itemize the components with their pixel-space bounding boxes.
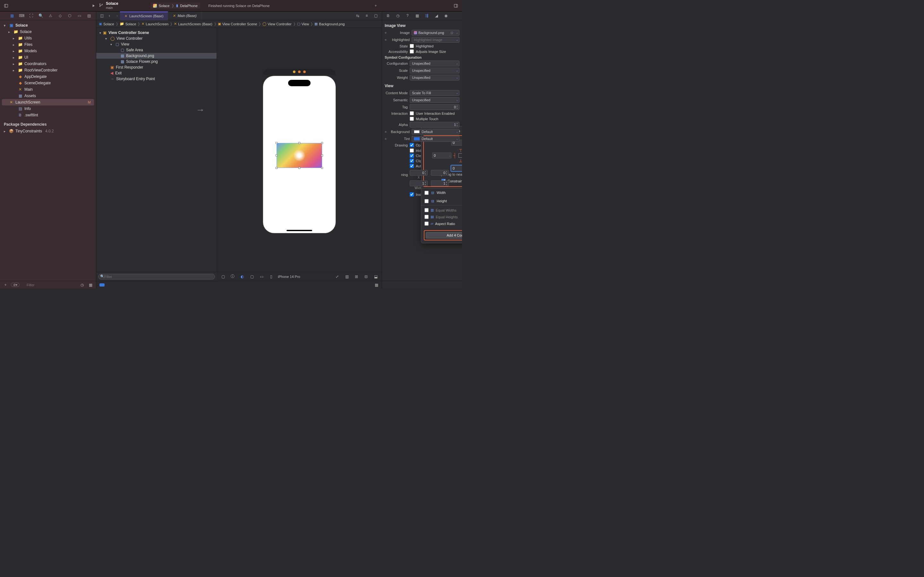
- nav-item-solace[interactable]: ▸📁Solace: [0, 29, 96, 35]
- nav-item-models[interactable]: ▸📁Models: [0, 48, 96, 54]
- nav-issues-icon[interactable]: ⚠: [47, 13, 53, 19]
- document-outline[interactable]: ▾ ▣ View Controller Scene ▾◯View Control…: [96, 28, 217, 281]
- bottom-strut-icon[interactable]: ┴: [459, 160, 462, 164]
- minimap-icon[interactable]: ▦: [373, 282, 379, 288]
- aspect-ratio-checkbox[interactable]: [425, 221, 429, 226]
- clips-checkbox[interactable]: [410, 159, 414, 163]
- package-row[interactable]: ▸ 📦 TinyConstraints 4.0.2: [0, 128, 96, 134]
- canvas-orient-icon[interactable]: ▢: [249, 274, 255, 279]
- canvas-info-icon[interactable]: ⓘ: [230, 274, 236, 279]
- multiple-touch-checkbox[interactable]: [410, 117, 414, 121]
- outline-filter-input[interactable]: [98, 274, 215, 279]
- hidden-checkbox[interactable]: [410, 148, 414, 153]
- device-preview[interactable]: [263, 76, 336, 233]
- background-field[interactable]: Default⌵: [412, 129, 459, 135]
- alpha-field[interactable]: 1▴▾: [410, 122, 459, 127]
- canvas-device-icon[interactable]: ▯: [268, 274, 274, 279]
- nav-item-launchscreen[interactable]: ✕LaunchScreenM: [2, 99, 94, 105]
- equal-widths-checkbox[interactable]: [425, 208, 429, 212]
- opaque-checkbox[interactable]: [410, 143, 414, 147]
- clears-context-checkbox[interactable]: [410, 153, 414, 158]
- canvas-doc-icon[interactable]: ▢: [220, 274, 226, 279]
- breadcrumb-item[interactable]: Solace: [126, 22, 136, 26]
- pin-tool-icon[interactable]: ⊞: [354, 274, 359, 279]
- attributes-inspector-icon[interactable]: ⇶: [424, 13, 430, 19]
- selected-image-view[interactable]: [277, 143, 322, 168]
- stretch-w-field[interactable]: 1▴▾: [410, 181, 428, 186]
- height-checkbox[interactable]: [425, 199, 429, 203]
- sidebar-toggle-icon[interactable]: [3, 3, 9, 9]
- tab-main[interactable]: ✕ Main (Base): [168, 11, 201, 20]
- add-bg-variant-icon[interactable]: +: [384, 130, 388, 134]
- device-label[interactable]: iPhone 14 Pro: [278, 275, 300, 279]
- nav-item-files[interactable]: ▸📁Files: [0, 41, 96, 48]
- add-constraints-button[interactable]: Add 4 Constraints: [426, 232, 462, 239]
- nav-find-icon[interactable]: 🔍: [38, 13, 44, 19]
- installed-checkbox[interactable]: [410, 192, 414, 197]
- width-checkbox[interactable]: [425, 191, 429, 195]
- interface-builder-canvas[interactable]: →: [217, 28, 382, 281]
- nav-item--swiftlint[interactable]: 🗎.swiftlint: [0, 112, 96, 118]
- add-tint-variant-icon[interactable]: +: [384, 137, 388, 141]
- outline-item-safe-area[interactable]: ▢Safe Area: [96, 47, 216, 53]
- outline-item-background-png[interactable]: ▩Background.png: [96, 53, 216, 59]
- tab-launchscreen[interactable]: ✕ LaunchScreen (Base): [120, 11, 168, 20]
- zoom-icon[interactable]: ⤢: [334, 274, 340, 279]
- nav-breakpoints-icon[interactable]: ▭: [76, 13, 82, 19]
- nav-tests-icon[interactable]: ◇: [57, 13, 63, 19]
- breadcrumb-item[interactable]: Solace: [103, 22, 114, 26]
- project-title[interactable]: Solace: [106, 2, 118, 6]
- stretch-x-field[interactable]: 0▴▾: [410, 170, 428, 176]
- left-spacing-field[interactable]: 0⌵: [432, 153, 451, 158]
- recent-filter-icon[interactable]: ◷: [79, 282, 85, 288]
- autoresize-checkbox[interactable]: [410, 164, 414, 168]
- related-items-icon[interactable]: ◫: [99, 13, 105, 19]
- breadcrumb-item[interactable]: LaunchScreen: [145, 22, 168, 26]
- scheme-selector[interactable]: Solace ❭ ▮ DelaPhone: [150, 3, 200, 9]
- outline-item-view[interactable]: ▾▢View: [96, 41, 216, 47]
- stretch-h-field[interactable]: 1▴▾: [431, 181, 449, 186]
- add-highlighted-variant-icon[interactable]: +: [384, 38, 388, 42]
- breadcrumb-item[interactable]: View: [302, 22, 309, 26]
- nav-debug-icon[interactable]: ⬡: [67, 13, 73, 19]
- filter-scope-chip[interactable]: ⊘▾: [11, 283, 19, 287]
- canvas-toggle-icon[interactable]: ▢: [373, 13, 379, 19]
- nav-project-icon[interactable]: ▦: [9, 13, 15, 19]
- resolve-tool-icon[interactable]: ⊟: [363, 274, 369, 279]
- content-mode-field[interactable]: Scale To Fill⌵: [410, 90, 459, 96]
- weight-field[interactable]: Unspecified⌵: [410, 75, 459, 81]
- tag-field[interactable]: 0▴▾: [410, 104, 459, 110]
- nav-item-coordinators[interactable]: ▸📁Coordinators: [0, 61, 96, 67]
- canvas-orient2-icon[interactable]: ▭: [258, 274, 264, 279]
- nav-item-assets[interactable]: ▦Assets: [0, 93, 96, 99]
- outline-item-storyboard-entry-point[interactable]: →Storyboard Entry Point: [96, 76, 216, 82]
- nav-reports-icon[interactable]: ▤: [86, 13, 92, 19]
- nav-item-info[interactable]: ▤Info: [0, 105, 96, 112]
- add-tab-icon[interactable]: ＋: [373, 3, 379, 9]
- run-button-icon[interactable]: [90, 3, 96, 9]
- breadcrumb[interactable]: ▣ Solace❭📁 Solace❭✕ LaunchScreen❭✕ Launc…: [96, 20, 382, 28]
- add-image-variant-icon[interactable]: +: [384, 31, 388, 35]
- state-highlighted-checkbox[interactable]: [410, 44, 414, 48]
- file-inspector-icon[interactable]: 🗎: [385, 13, 391, 19]
- outline-item-exit[interactable]: ◀Exit: [96, 70, 216, 76]
- outline-item-solace-flower-png[interactable]: ▩Solace Flower.png: [96, 59, 216, 64]
- bottom-spacing-field[interactable]: 0⌵: [451, 165, 462, 171]
- help-inspector-icon[interactable]: ?: [405, 13, 410, 19]
- history-inspector-icon[interactable]: ◷: [395, 13, 401, 19]
- canvas-appearance-icon[interactable]: ◐: [239, 274, 245, 279]
- nav-item-utils[interactable]: ▸📁Utils: [0, 35, 96, 41]
- identity-inspector-icon[interactable]: ▦: [414, 13, 420, 19]
- nav-symbols-icon[interactable]: ⛶: [28, 13, 34, 19]
- nav-item-rootviewcontroller[interactable]: ▸📁RootViewController: [0, 67, 96, 73]
- forward-icon[interactable]: ›: [114, 13, 120, 19]
- stretch-y-field[interactable]: 0▴▾: [431, 170, 449, 176]
- back-icon[interactable]: ‹: [107, 13, 112, 19]
- embed-tool-icon[interactable]: ⬓: [373, 274, 379, 279]
- nav-source-icon[interactable]: ⌨: [19, 13, 24, 19]
- configuration-field[interactable]: Unspecified⌵: [410, 61, 459, 66]
- library-icon[interactable]: [453, 3, 459, 9]
- connections-inspector-icon[interactable]: ◉: [443, 13, 449, 19]
- align-tool-icon[interactable]: ▥: [344, 274, 350, 279]
- nav-item-appdelegate[interactable]: ◆AppDelegate: [0, 73, 96, 80]
